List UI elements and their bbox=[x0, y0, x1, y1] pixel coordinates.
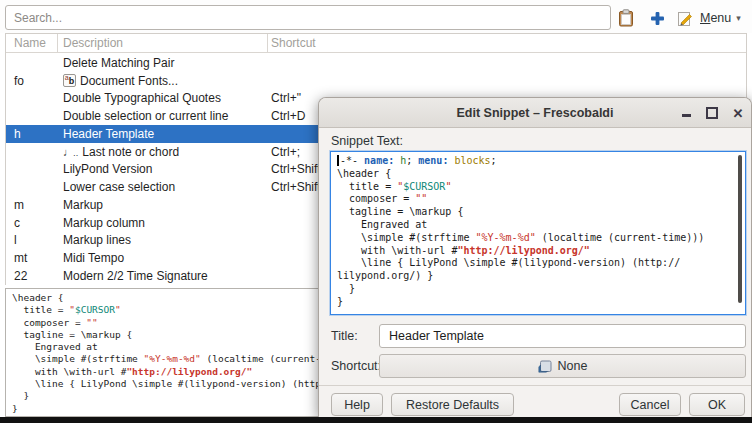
row-description: Double Typographical Quotes bbox=[58, 91, 268, 105]
column-header-shortcut[interactable]: Shortcut bbox=[268, 34, 746, 52]
row-description: Modern 2/2 Time Signature bbox=[58, 269, 268, 283]
toolbar: Menu ▾ bbox=[0, 0, 752, 33]
title-input[interactable] bbox=[379, 324, 746, 348]
shortcut-button[interactable]: None bbox=[379, 354, 746, 378]
row-description: Markup bbox=[58, 198, 268, 212]
column-header-name[interactable]: Name bbox=[6, 34, 58, 52]
row-description: LilyPond Version bbox=[58, 162, 268, 176]
table-row[interactable]: Delete Matching Pair bbox=[6, 54, 746, 72]
add-icon bbox=[650, 11, 665, 26]
row-name: m bbox=[6, 198, 58, 212]
row-name: h bbox=[6, 127, 58, 141]
dialog-separator bbox=[319, 385, 751, 386]
menu-button[interactable]: Menu ▾ bbox=[700, 7, 741, 29]
menu-label: Menu bbox=[700, 11, 731, 25]
edit-snippet-dialog: Edit Snippet – Frescobaldi ✕ Snippet Tex… bbox=[318, 97, 752, 417]
window-bottom-edge bbox=[0, 417, 752, 423]
shortcut-label: Shortcut: bbox=[331, 359, 379, 373]
row-description: Markup lines bbox=[58, 233, 268, 247]
paste-button[interactable] bbox=[615, 7, 637, 29]
row-name: l bbox=[6, 233, 58, 247]
maximize-icon[interactable] bbox=[705, 106, 719, 120]
minimize-icon[interactable] bbox=[679, 106, 693, 120]
edit-button[interactable] bbox=[674, 7, 696, 29]
menu-dropdown-arrow: ▾ bbox=[736, 13, 741, 23]
snippet-text-editor[interactable]: -*- name: h; menu: blocks;\header { titl… bbox=[330, 151, 746, 315]
dialog-titlebar[interactable]: Edit Snippet – Frescobaldi ✕ bbox=[319, 98, 751, 128]
table-row[interactable]: foabDocument Fonts... bbox=[6, 72, 746, 90]
dialog-title: Edit Snippet – Frescobaldi bbox=[457, 106, 614, 120]
edit-icon bbox=[677, 10, 694, 27]
row-description: Header Template bbox=[58, 127, 268, 141]
row-description: Markup column bbox=[58, 216, 268, 230]
editor-scrollbar[interactable] bbox=[738, 155, 742, 303]
restore-defaults-button[interactable]: Restore Defaults bbox=[391, 393, 514, 416]
font-icon: ab bbox=[63, 74, 76, 87]
row-description: abDocument Fonts... bbox=[58, 74, 268, 88]
add-button[interactable] bbox=[646, 7, 668, 29]
paste-icon bbox=[618, 9, 634, 27]
search-input[interactable] bbox=[5, 5, 611, 30]
row-description: Delete Matching Pair bbox=[58, 56, 268, 70]
title-label: Title: bbox=[331, 329, 379, 343]
ok-button[interactable]: OK bbox=[689, 393, 745, 416]
keyboard-icon bbox=[538, 360, 552, 373]
help-button[interactable]: Help bbox=[331, 393, 383, 416]
close-icon[interactable]: ✕ bbox=[731, 106, 745, 120]
row-name: mt bbox=[6, 251, 58, 265]
row-description: Double selection or current line bbox=[58, 109, 268, 123]
row-name: c bbox=[6, 216, 58, 230]
row-name: fo bbox=[6, 74, 58, 88]
note-icon: ♩‥ bbox=[63, 146, 78, 158]
column-header-description[interactable]: Description bbox=[58, 34, 268, 52]
row-description: Midi Tempo bbox=[58, 251, 268, 265]
table-header: Name Description Shortcut bbox=[6, 34, 746, 53]
snippet-text-label: Snippet Text: bbox=[331, 134, 403, 148]
row-description: ♩‥Last note or chord bbox=[58, 145, 268, 159]
cancel-button[interactable]: Cancel bbox=[619, 393, 681, 416]
row-description: Lower case selection bbox=[58, 180, 268, 194]
shortcut-value: None bbox=[558, 359, 588, 373]
row-name: 22 bbox=[6, 269, 58, 283]
